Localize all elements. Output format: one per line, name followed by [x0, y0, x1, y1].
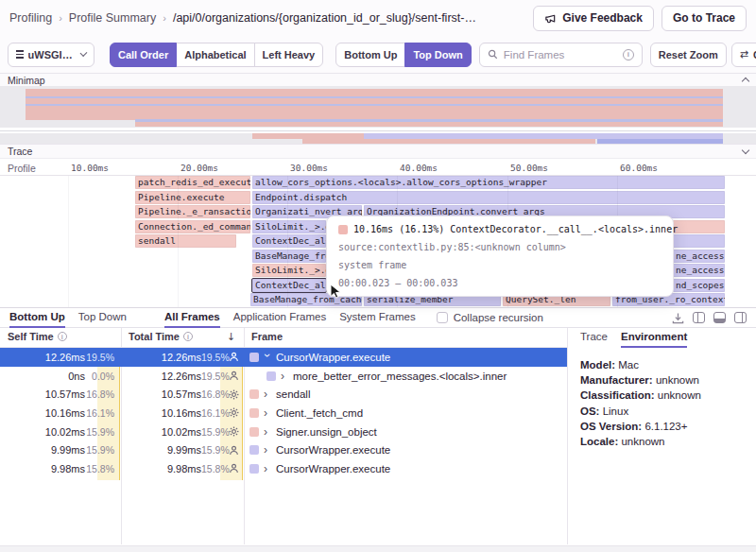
details-tab-environment[interactable]: Environment — [621, 328, 687, 348]
tooltip-frame-type: system frame — [338, 260, 662, 270]
total-time-value: 9.98ms — [121, 463, 201, 474]
breadcrumb-profiling[interactable]: Profiling — [9, 11, 52, 25]
collapse-minimap-icon[interactable] — [742, 78, 749, 85]
sort-descending-icon[interactable]: ↓ — [227, 331, 235, 343]
chevron-right-icon[interactable]: › — [264, 427, 271, 437]
self-time-value: 10.16ms — [0, 407, 85, 419]
flame-frame[interactable]: ne_access — [673, 250, 725, 263]
frame-color-swatch — [338, 225, 348, 234]
layout-right-icon[interactable] — [734, 312, 747, 323]
download-icon[interactable] — [672, 312, 684, 324]
table-row[interactable]: 10.02ms15.9%10.02ms15.9%›Signer.unsign_o… — [0, 423, 567, 441]
user-frame-icon — [224, 371, 244, 381]
tooltip-time-range: 00:00.023 — 00:00.033 — [338, 278, 662, 288]
info-icon[interactable]: i — [58, 332, 67, 341]
flame-frame[interactable]: nd_scopes — [673, 279, 725, 292]
table-row[interactable]: 9.98ms15.8%9.98ms15.8%›CursorWrapper.exe… — [0, 459, 567, 478]
tab-top-down[interactable]: Top Down — [78, 308, 127, 328]
total-time-value: 12.26ms — [121, 352, 201, 363]
total-time-pct: 15.9% — [201, 444, 224, 456]
tab-application-frames[interactable]: Application Frames — [233, 308, 326, 328]
search-input[interactable] — [504, 49, 617, 60]
frame-color-swatch — [249, 445, 259, 455]
layout-left-icon[interactable] — [693, 312, 705, 323]
chevron-down-icon[interactable]: › — [263, 354, 272, 361]
give-feedback-button[interactable]: Give Feedback — [533, 6, 654, 31]
frame-color-swatch — [249, 353, 259, 362]
table-row[interactable]: 10.16ms16.1%10.16ms16.1%›Client._fetch_c… — [0, 404, 567, 423]
self-time-header[interactable]: Self Timei — [8, 331, 67, 342]
flame-frame[interactable]: BaseManage_from_c — [252, 250, 326, 263]
chevron-down-icon — [80, 49, 88, 57]
total-time-pct: 19.5% — [201, 371, 224, 382]
frame-cell[interactable]: ›sendall — [244, 388, 567, 400]
collapse-recursion-checkbox[interactable] — [437, 312, 448, 323]
flame-frame[interactable]: SiloLimit._>.over — [252, 264, 326, 277]
table-header: Self Timei Total Timei ↓ Frame — [0, 328, 567, 348]
chevron-right-icon[interactable]: › — [264, 389, 271, 399]
direction-bottom-up[interactable]: Bottom Up — [335, 43, 405, 67]
chevron-right-icon[interactable]: › — [264, 408, 271, 418]
flame-frame[interactable]: ne_access — [673, 264, 725, 277]
flame-frame[interactable]: Pipeline.execute — [135, 191, 250, 204]
reset-zoom-button[interactable]: Reset Zoom — [650, 43, 727, 67]
frame-header[interactable]: Frame — [251, 331, 283, 342]
color-coding-button[interactable]: ⇄ Color Coding — [731, 43, 756, 67]
details-tab-trace[interactable]: Trace — [580, 328, 608, 348]
frame-cell[interactable]: ›CursorWrapper.execute — [244, 463, 567, 474]
profile-label: Profile — [8, 163, 36, 174]
frame-cell[interactable]: ›CursorWrapper.execute — [244, 444, 567, 456]
self-time-value: 9.99ms — [0, 444, 85, 456]
table-row[interactable]: 12.26ms19.5%12.26ms19.5%›CursorWrapper.e… — [0, 348, 567, 367]
frame-name: Client._fetch_cmd — [276, 407, 363, 419]
horizontal-scrollbar[interactable] — [0, 545, 756, 552]
frame-name: more_better_error_messages.<locals>.inne… — [293, 371, 507, 382]
search-info-icon[interactable]: i — [623, 49, 634, 60]
flame-frame[interactable]: Pipeline._e_ransaction — [135, 205, 250, 218]
flame-frame[interactable] — [673, 234, 725, 248]
table-row[interactable]: 0ns0.0%12.26ms19.5%›more_better_error_me… — [0, 367, 567, 386]
total-time-pct: 19.5% — [201, 352, 224, 363]
flame-frame[interactable]: Connection._ed_command — [135, 220, 250, 233]
frame-cell[interactable]: ›more_better_error_messages.<locals>.inn… — [244, 371, 567, 382]
direction-top-down[interactable]: Top Down — [404, 43, 471, 67]
layout-bottom-icon[interactable] — [713, 312, 726, 323]
expand-trace-icon[interactable] — [742, 146, 749, 153]
table-row[interactable]: 10.57ms16.8%10.57ms16.8%›sendall — [0, 385, 567, 404]
flame-frame[interactable]: allow_cors_options.<locals>.allow_cors_o… — [252, 176, 725, 189]
table-row[interactable]: 9.99ms15.9%9.99ms15.9%›CursorWrapper.exe… — [0, 440, 567, 459]
total-time-header[interactable]: Total Timei — [129, 331, 193, 342]
sort-left-heavy[interactable]: Left Heavy — [254, 43, 324, 67]
chevron-right-icon[interactable]: › — [264, 445, 271, 455]
sort-call-order[interactable]: Call Order — [110, 43, 177, 67]
axis-tick-label: 50.00ms — [510, 163, 548, 173]
chevron-right-icon[interactable]: › — [264, 464, 271, 474]
frame-cell[interactable]: ›Client._fetch_cmd — [244, 407, 567, 419]
frames-table: 12.26ms19.5%12.26ms19.5%›CursorWrapper.e… — [0, 348, 567, 478]
flame-frame[interactable]: ContextDec_als>.i — [252, 279, 326, 292]
flame-frame[interactable]: patch_redis_ed_execute — [135, 176, 250, 189]
frame-cell[interactable]: ›Signer.unsign_object — [244, 426, 567, 438]
thread-selector[interactable]: uWSGIWor… — [8, 43, 94, 67]
env-field: Manufacturer: unknown — [580, 372, 756, 388]
flame-frame[interactable]: Endpoint.dispatch — [252, 191, 725, 204]
flamegraph-canvas[interactable]: patch_redis_ed_executeallow_cors_options… — [0, 176, 756, 307]
tab-system-frames[interactable]: System Frames — [339, 308, 416, 328]
frame-name: CursorWrapper.execute — [276, 444, 390, 456]
frame-cell[interactable]: ›CursorWrapper.execute — [244, 352, 567, 363]
info-icon[interactable]: i — [183, 332, 193, 341]
minimap-canvas[interactable] — [0, 86, 756, 144]
chevron-right-icon[interactable]: › — [281, 371, 288, 381]
flame-frame[interactable]: ContextDec_als>.i — [252, 234, 326, 248]
self-time-value: 10.02ms — [0, 426, 85, 438]
breadcrumb-profile-summary[interactable]: Profile Summary — [69, 11, 156, 25]
flame-frame[interactable]: sendall — [135, 234, 236, 248]
flame-frame[interactable] — [673, 220, 725, 233]
frame-color-swatch — [249, 408, 259, 418]
flame-frame[interactable]: SiloLimit._>.over — [252, 220, 326, 233]
total-time-pct: 15.8% — [201, 463, 224, 474]
tab-bottom-up[interactable]: Bottom Up — [9, 308, 65, 328]
go-to-trace-button[interactable]: Go to Trace — [662, 6, 747, 31]
tab-all-frames[interactable]: All Frames — [164, 308, 220, 328]
sort-alphabetical[interactable]: Alphabetical — [176, 43, 254, 67]
